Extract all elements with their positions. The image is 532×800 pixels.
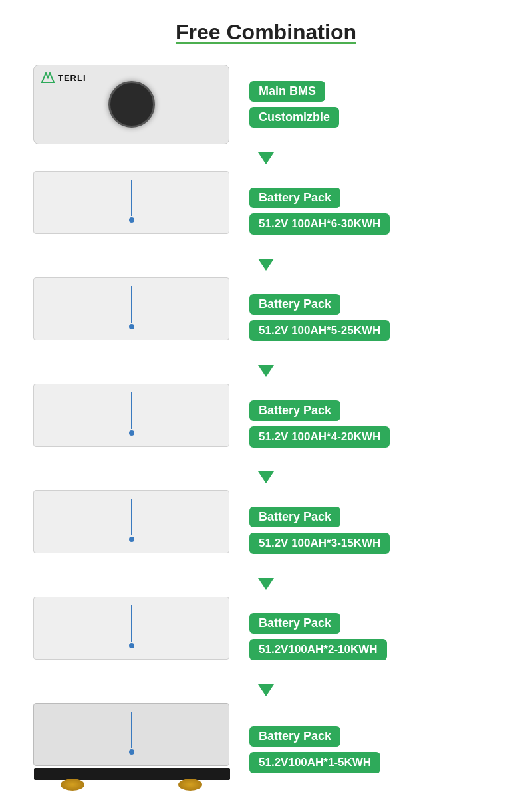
- battery-device-4: [33, 490, 229, 570]
- battery-label-2: Battery Pack: [249, 294, 340, 315]
- battery-dot-2: [129, 324, 134, 329]
- down-arrow-icon-6: [254, 678, 278, 702]
- down-arrow-icon-3: [254, 358, 278, 382]
- brand-logo: TERLI: [41, 72, 86, 84]
- battery-dot-6: [129, 749, 134, 755]
- battery-labels-1: Battery Pack 51.2V 100AH*6-30KWH: [249, 188, 499, 235]
- battery-label-1: Battery Pack: [249, 188, 340, 208]
- terli-logo-icon: [41, 72, 55, 84]
- down-arrow-icon-4: [254, 465, 278, 489]
- battery-spec-6: 51.2V100AH*1-5KWH: [249, 752, 380, 773]
- battery-label-6: Battery Pack: [249, 726, 340, 747]
- battery-device-5: [33, 597, 229, 676]
- main-content: TERLI Main BMS Customizble Battery Pack …: [0, 65, 532, 800]
- battery-labels-4: Battery Pack 51.2V 100AH*3-15KWH: [249, 507, 499, 554]
- battery-line-1: [131, 180, 132, 216]
- battery-foot-right: [178, 779, 202, 791]
- battery-spec-3: 51.2V 100AH*4-20KWH: [249, 426, 390, 448]
- battery-line-2: [131, 286, 132, 323]
- battery-dot-1: [129, 217, 134, 223]
- arrow-5: [33, 570, 499, 597]
- battery-line-4: [131, 499, 132, 535]
- down-arrow-icon: [254, 146, 278, 170]
- battery-spec-5: 51.2V100AH*2-10KWH: [249, 639, 387, 660]
- battery-row-2: Battery Pack 51.2V 100AH*5-25KWH: [33, 277, 499, 357]
- svg-marker-7: [258, 684, 274, 696]
- arrow-6: [33, 676, 499, 703]
- battery-labels-6: Battery Pack 51.2V100AH*1-5KWH: [249, 726, 499, 773]
- battery-labels-5: Battery Pack 51.2V100AH*2-10KWH: [249, 613, 499, 660]
- battery-row-4: Battery Pack 51.2V 100AH*3-15KWH: [33, 490, 499, 570]
- svg-marker-0: [42, 73, 54, 82]
- battery-row-1: Battery Pack 51.2V 100AH*6-30KWH: [33, 171, 499, 251]
- bms-labels: Main BMS Customizble: [249, 81, 499, 128]
- bms-label2: Customizble: [249, 107, 339, 128]
- bms-label1: Main BMS: [249, 81, 325, 102]
- battery-labels-3: Battery Pack 51.2V 100AH*4-20KWH: [249, 400, 499, 448]
- battery-line-3: [131, 392, 132, 429]
- battery-label-4: Battery Pack: [249, 507, 340, 527]
- svg-marker-2: [258, 152, 274, 164]
- down-arrow-icon-5: [254, 571, 278, 595]
- brand-name: TERLI: [58, 73, 86, 83]
- bms-device: TERLI: [33, 65, 229, 144]
- down-arrow-icon-2: [254, 252, 278, 276]
- arrow-2: [33, 251, 499, 277]
- battery-line-6: [131, 712, 132, 748]
- battery-label-5: Battery Pack: [249, 613, 340, 634]
- battery-device-3: [33, 384, 229, 464]
- battery-spec-2: 51.2V 100AH*5-25KWH: [249, 320, 390, 341]
- page-title: Free Combination: [176, 20, 356, 45]
- battery-dot-4: [129, 537, 134, 542]
- battery-dot-3: [129, 430, 134, 436]
- battery-labels-2: Battery Pack 51.2V 100AH*5-25KWH: [249, 294, 499, 341]
- battery-device-1: [33, 171, 229, 251]
- battery-device-2: [33, 277, 229, 357]
- arrow-1: [33, 144, 499, 171]
- arrow-3: [33, 357, 499, 384]
- battery-device-6: [33, 703, 229, 796]
- battery-spec-1: 51.2V 100AH*6-30KWH: [249, 213, 390, 235]
- svg-marker-3: [258, 259, 274, 271]
- battery-row-5: Battery Pack 51.2V100AH*2-10KWH: [33, 597, 499, 676]
- battery-row-3: Battery Pack 51.2V 100AH*4-20KWH: [33, 384, 499, 464]
- bms-camera: [108, 81, 155, 128]
- battery-line-5: [131, 605, 132, 642]
- svg-marker-5: [258, 471, 274, 483]
- battery-label-3: Battery Pack: [249, 400, 340, 421]
- battery-spec-4: 51.2V 100AH*3-15KWH: [249, 533, 390, 554]
- battery-foot-left: [61, 779, 84, 791]
- battery-row-6: Battery Pack 51.2V100AH*1-5KWH: [33, 703, 499, 796]
- svg-marker-6: [258, 578, 274, 590]
- bms-row: TERLI Main BMS Customizble: [33, 65, 499, 144]
- svg-marker-4: [258, 365, 274, 377]
- battery-dot-5: [129, 643, 134, 648]
- arrow-4: [33, 464, 499, 490]
- battery-base: [34, 768, 230, 780]
